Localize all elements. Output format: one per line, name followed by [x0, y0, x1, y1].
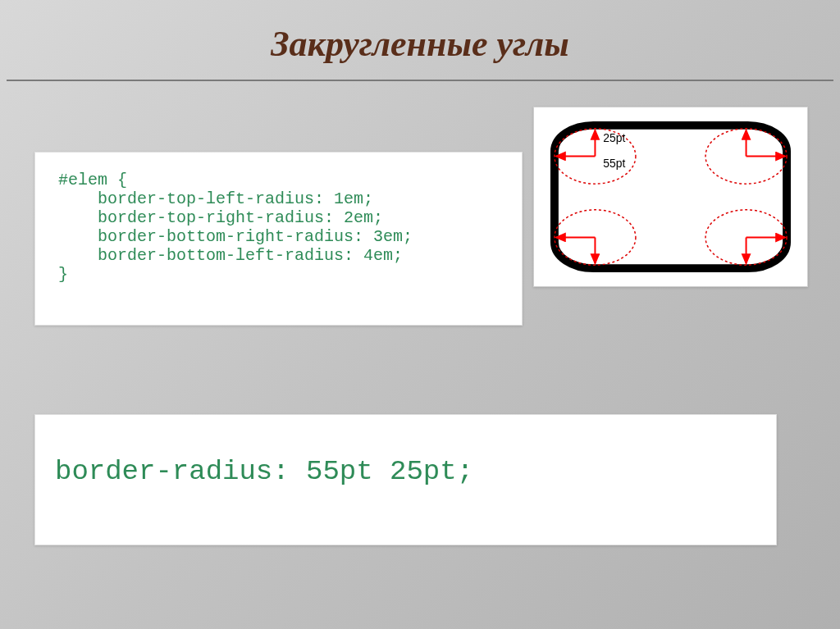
slide-title: Закругленные углы: [0, 0, 840, 80]
radius-diagram: 25pt 55pt: [533, 107, 808, 287]
code-block-shorthand: border-radius: 55pt 25pt;: [34, 414, 777, 545]
diagram-label-25pt: 25pt: [603, 131, 625, 144]
diagram-label-55pt: 55pt: [603, 157, 625, 170]
code-block-individual-corners: #elem { border-top-left-radius: 1em; bor…: [34, 152, 523, 326]
diagram-border: [555, 125, 787, 268]
divider: [7, 80, 833, 81]
slide: Закругленные углы #elem { border-top-lef…: [0, 0, 840, 629]
